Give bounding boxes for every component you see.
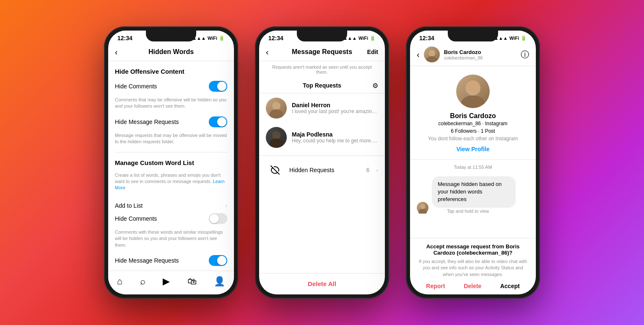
shop-icon[interactable]: 🛍 bbox=[187, 276, 197, 287]
profile-avatar-large bbox=[456, 75, 490, 108]
requests-screen: Daniel Herron I loved your last post! yo… bbox=[259, 93, 385, 294]
hide-msg-row-1: Hide Message Requests bbox=[115, 116, 227, 127]
hide-msg-toggle-1[interactable] bbox=[209, 116, 227, 127]
phone-notch bbox=[146, 31, 196, 41]
message-info-1: Daniel Herron I loved your last post! yo… bbox=[292, 102, 378, 114]
divider-1 bbox=[115, 152, 227, 152]
profile-handle-ig: colebeckerman_86 · Instagram bbox=[439, 121, 508, 126]
home-icon[interactable]: ⌂ bbox=[117, 276, 122, 287]
delete-all-bar: Delete All bbox=[259, 273, 385, 294]
phone-message-requests: 12:34 ▲▲▲ WiFi 🔋 ‹ Message Requests Edit… bbox=[255, 26, 389, 299]
time-3: 12:34 bbox=[419, 35, 434, 41]
delete-all-button[interactable]: Delete All bbox=[308, 280, 336, 287]
section-title-2: Manage Custom Word List bbox=[115, 159, 227, 166]
hidden-requests-count: 6 bbox=[366, 167, 370, 173]
hide-comments-desc-2: Comments with these words and similar mi… bbox=[115, 229, 227, 248]
info-button[interactable]: ⓘ bbox=[521, 49, 529, 60]
status-icons-3: ▲▲▲ WiFi 🔋 bbox=[494, 36, 527, 41]
chat-user-name: Boris Cardozo bbox=[444, 49, 517, 55]
profile-icon[interactable]: 👤 bbox=[214, 276, 225, 287]
hide-comments-desc-1: Comments that may be offensive will be h… bbox=[115, 97, 227, 110]
message-preview-1: I loved your last post! you're amazin...… bbox=[292, 108, 378, 114]
battery-icon-2: 🔋 bbox=[370, 36, 376, 41]
svg-point-0 bbox=[272, 102, 280, 110]
status-icons-2: ▲▲▲ WiFi 🔋 bbox=[343, 36, 376, 41]
profile-stats: 6 Followers · 1 Post bbox=[451, 128, 495, 134]
accept-button[interactable]: Accept bbox=[500, 283, 520, 289]
time-1: 12:34 bbox=[117, 35, 132, 41]
status-icons-1: ▲▲▲ WiFi 🔋 bbox=[192, 36, 225, 41]
sender-name-1: Daniel Herron bbox=[292, 102, 378, 108]
svg-point-7 bbox=[461, 95, 485, 108]
svg-point-5 bbox=[426, 56, 437, 62]
chat-avatar bbox=[424, 46, 440, 62]
wifi-icon-3: WiFi bbox=[509, 36, 519, 41]
report-button[interactable]: Report bbox=[426, 283, 445, 289]
message-bubble: Message hidden based on your hidden word… bbox=[432, 176, 516, 208]
profile-follow-status: You dont follow each other on Instagram bbox=[428, 136, 518, 142]
battery-icon: 🔋 bbox=[219, 36, 225, 41]
requests-info: Requests aren't marked as seen until you… bbox=[259, 61, 385, 78]
hidden-icon bbox=[266, 161, 284, 179]
chat-user-info: Boris Cardozo colebeckerman_86 bbox=[444, 49, 517, 60]
hide-msg-row-2: Hide Message Requests bbox=[115, 255, 227, 266]
wifi-icon-2: WiFi bbox=[358, 36, 368, 41]
hidden-requests-chevron: › bbox=[376, 167, 378, 173]
phone-hidden-words: 12:34 ▲▲▲ WiFi 🔋 ‹ Hidden Words Hide Off… bbox=[104, 26, 238, 299]
section-title-1: Hide Offensive Content bbox=[115, 68, 227, 75]
hidden-requests-row[interactable]: Hidden Requests 6 › bbox=[259, 155, 385, 184]
message-item-2[interactable]: Maja Podlesna Hey, could you help me to … bbox=[259, 123, 385, 152]
filter-bar: Top Requests ⚙ bbox=[259, 78, 385, 93]
chat-screen: Boris Cardozo colebeckerman_86 · Instagr… bbox=[410, 66, 536, 294]
chat-messages: Today at 11:55 AM Message hidden based o… bbox=[410, 160, 536, 238]
svg-point-4 bbox=[428, 50, 435, 57]
svg-point-3 bbox=[270, 139, 283, 148]
bottom-nav-1: ⌂ ⌕ ▶ 🛍 👤 bbox=[108, 271, 234, 294]
edit-button[interactable]: Edit bbox=[367, 49, 378, 55]
wifi-icon: WiFi bbox=[208, 36, 217, 41]
hide-msg-desc-1: Message requests that may be offensive w… bbox=[115, 132, 227, 145]
time-2: 12:34 bbox=[268, 35, 283, 41]
profile-name: Boris Cardozo bbox=[450, 112, 496, 120]
page-title-1: Hidden Words bbox=[148, 48, 194, 56]
svg-point-8 bbox=[468, 81, 478, 91]
message-item-1[interactable]: Daniel Herron I loved your last post! yo… bbox=[259, 93, 385, 123]
nav-header-2: ‹ Message Requests Edit bbox=[259, 43, 385, 61]
hide-comments-row-1: Hide Comments bbox=[115, 81, 227, 92]
accept-title: Accept message request from Boris Cardoz… bbox=[417, 243, 529, 256]
search-icon[interactable]: ⌕ bbox=[140, 276, 145, 287]
chat-username: colebeckerman_86 bbox=[444, 55, 517, 60]
profile-section: Boris Cardozo colebeckerman_86 · Instagr… bbox=[410, 66, 536, 160]
hide-comments-toggle-1[interactable] bbox=[209, 81, 227, 92]
avatar-daniel bbox=[266, 98, 287, 119]
tap-hold-text: Tap and hold to view bbox=[447, 209, 516, 214]
back-button-2[interactable]: ‹ bbox=[266, 47, 269, 57]
delete-button[interactable]: Delete bbox=[464, 283, 481, 289]
phone-notch-2 bbox=[297, 31, 347, 41]
message-list: Daniel Herron I loved your last post! yo… bbox=[259, 93, 385, 273]
chat-header: ‹ Boris Cardozo colebeckerman_86 ⓘ bbox=[410, 43, 536, 66]
message-preview-2: Hey, could you help me to get more... · … bbox=[292, 138, 378, 144]
add-to-list-row[interactable]: Add to List › bbox=[115, 198, 227, 213]
hidden-requests-label: Hidden Requests bbox=[289, 167, 361, 173]
hide-comments-toggle-2[interactable] bbox=[209, 213, 227, 224]
learn-more-link[interactable]: Learn More bbox=[115, 179, 225, 190]
accept-desc: If you accept, they will also be able to… bbox=[417, 258, 529, 278]
svg-point-10 bbox=[418, 209, 427, 214]
bubble-sender-avatar bbox=[417, 202, 428, 214]
custom-list-desc: Create a list of words, phrases and emoj… bbox=[115, 172, 227, 191]
nav-header-1: ‹ Hidden Words bbox=[108, 43, 234, 61]
back-button-1[interactable]: ‹ bbox=[115, 47, 118, 57]
phone-notch-3 bbox=[448, 31, 498, 41]
reels-icon[interactable]: ▶ bbox=[163, 276, 170, 287]
back-button-3[interactable]: ‹ bbox=[417, 50, 420, 59]
settings-content: Hide Offensive Content Hide Comments Com… bbox=[108, 61, 234, 271]
filter-icon[interactable]: ⚙ bbox=[372, 82, 378, 90]
hide-msg-toggle-2[interactable] bbox=[209, 255, 227, 266]
view-profile-button[interactable]: View Profile bbox=[456, 146, 489, 152]
hide-msg-label-1: Hide Message Requests bbox=[115, 119, 179, 125]
battery-icon-3: 🔋 bbox=[521, 36, 527, 41]
add-to-list-chevron: › bbox=[225, 202, 227, 209]
chat-timestamp: Today at 11:55 AM bbox=[417, 165, 529, 170]
page-title-2: Message Requests bbox=[292, 48, 352, 56]
